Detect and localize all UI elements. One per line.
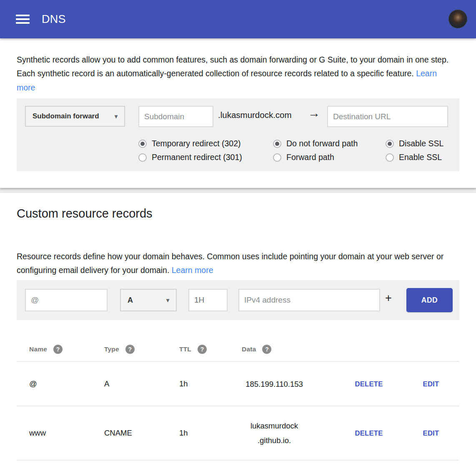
add-button[interactable]: ADD [406,288,453,312]
record-name-cell: @ [29,379,37,388]
radio-selected-icon [386,140,394,148]
radio-unselected-icon [138,153,147,162]
record-data-input[interactable] [238,289,380,311]
section-divider [0,188,476,193]
radio-option-redirect-type[interactable]: Permanent redirect (301) [138,151,242,164]
radio-label: Enable SSL [399,153,442,162]
plus-icon[interactable]: + [385,293,392,304]
records-table-body: @A1h185.199.110.153DELETEEDITwwwCNAME1hl… [17,362,459,461]
custom-resource-records-card: Custom resource records Resource records… [0,193,476,476]
synthetic-description: Synthetic records allow you to add commo… [17,53,454,95]
radio-unselected-icon [273,153,281,162]
radio-label: Permanent redirect (301) [152,153,242,162]
record-data-cell: lukasmurdock.github.io. [224,418,324,448]
chevron-down-icon: ▾ [166,297,169,303]
subdomain-input[interactable] [138,106,213,127]
help-icon[interactable]: ? [53,345,63,354]
radio-option-ssl[interactable]: Enable SSL [386,151,443,164]
radio-unselected-icon [386,153,394,162]
subdomain-forward-form: Subdomain forward ▾ .lukasmurdock.com → … [17,98,459,171]
arrow-right-icon: → [308,106,320,120]
learn-more-link[interactable]: Learn more [172,266,213,275]
record-type-select[interactable]: A ▾ [120,289,177,311]
column-header-ttl: TTL ? [179,338,207,361]
help-icon[interactable]: ? [198,345,207,354]
record-ttl-cell: 1h [179,379,188,388]
radio-option-ssl[interactable]: Disable SSL [386,137,443,150]
radio-option-path-forwarding[interactable]: Forward path [273,151,358,164]
table-header: Name ? Type ? TTL ? Data ? [17,338,459,362]
edit-button[interactable]: EDIT [398,380,464,388]
record-data-cell: 185.199.110.153 [224,376,324,391]
record-type-cell: A [104,379,109,388]
radio-group-ssl: Disable SSLEnable SSL [386,137,443,165]
record-type-value: A [128,296,133,305]
destination-url-input[interactable] [327,106,448,127]
radio-option-path-forwarding[interactable]: Do not forward path [273,137,358,150]
synthetic-record-type-select[interactable]: Subdomain forward ▾ [25,106,125,127]
synthetic-description-text: Synthetic records allow you to add commo… [17,55,448,78]
radio-label: Forward path [286,153,334,162]
forwarding-options: Temporary redirect (302)Permanent redire… [17,137,459,166]
radio-selected-icon [273,140,281,148]
column-header-name: Name ? [29,338,63,361]
help-icon[interactable]: ? [262,345,271,354]
radio-group-path-forwarding: Do not forward pathForward path [273,137,358,165]
section-title: Custom resource records [17,207,153,220]
edit-button[interactable]: EDIT [398,429,464,437]
chevron-down-icon: ▾ [115,113,118,120]
table-row: @A1h185.199.110.153DELETEEDIT [17,362,459,406]
delete-button[interactable]: DELETE [336,380,402,388]
radio-label: Temporary redirect (302) [152,139,241,148]
radio-label: Do not forward path [286,139,358,148]
table-row: wwwCNAME1hlukasmurdock.github.io.DELETEE… [17,406,459,461]
custom-description-text: Resource records define how your domain … [17,252,443,275]
record-ttl-input[interactable] [188,289,228,311]
help-icon[interactable]: ? [125,345,135,354]
radio-label: Disable SSL [399,139,443,148]
synthetic-record-type-value: Subdomain forward [33,112,99,120]
domain-suffix-label: .lukasmurdock.com [218,110,292,120]
record-name-input[interactable] [25,289,108,311]
synthetic-records-card: Synthetic records allow you to add commo… [0,38,476,188]
page-title: DNS [42,13,66,26]
record-ttl-cell: 1h [179,428,188,438]
menu-icon[interactable] [16,13,30,26]
app-header: DNS [0,0,476,38]
record-type-cell: CNAME [104,428,132,438]
delete-button[interactable]: DELETE [336,429,402,437]
dns-page: DNS Synthetic records allow you to add c… [0,0,476,476]
add-record-form: A ▾ + ADD [17,280,459,320]
radio-group-redirect-type: Temporary redirect (302)Permanent redire… [138,137,242,165]
column-header-type: Type ? [104,338,135,361]
avatar[interactable] [448,10,467,28]
column-header-data: Data ? [242,338,271,361]
record-name-cell: www [29,428,46,438]
radio-option-redirect-type[interactable]: Temporary redirect (302) [138,137,242,150]
radio-selected-icon [138,140,147,148]
custom-description: Resource records define how your domain … [17,250,454,278]
